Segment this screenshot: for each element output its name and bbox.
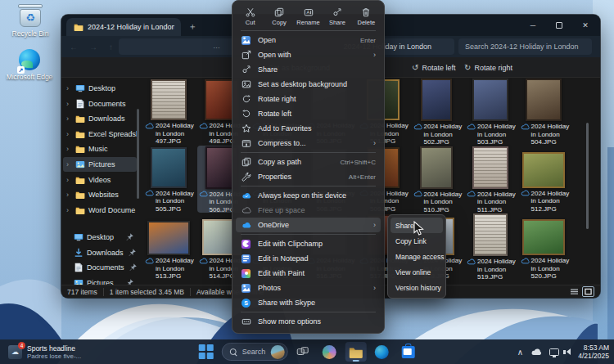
maximize-button[interactable] xyxy=(546,15,572,36)
forward-icon[interactable]: → xyxy=(89,43,97,52)
onedrive-status-icon xyxy=(467,258,476,265)
toolbar-rotate-left[interactable]: ↺ Rotate left xyxy=(412,57,455,78)
file-item-497[interactable]: 2024 Holidayin London497.JPG xyxy=(143,78,193,146)
sidebar-item-word-docume[interactable]: ›Word Docume xyxy=(63,203,137,218)
folder-icon xyxy=(74,190,85,200)
quick-action-delete[interactable]: Delete xyxy=(352,4,381,29)
back-icon[interactable]: ← xyxy=(70,43,78,52)
tray-volume-icon[interactable] xyxy=(567,348,571,355)
file-item-519[interactable]: 2024 Holidayin London519.JPG xyxy=(465,213,515,281)
menu-item-set-as-desktop-background[interactable]: Set as desktop background xyxy=(236,77,381,92)
menu-item-add-to-favorites[interactable]: Add to Favorites xyxy=(236,121,381,136)
chevron-right-icon[interactable]: › xyxy=(66,145,71,153)
minimize-button[interactable]: ─ xyxy=(520,15,546,36)
thumbnail-view-button[interactable] xyxy=(583,287,594,296)
details-view-button[interactable] xyxy=(569,287,580,296)
notepad-icon xyxy=(241,254,251,264)
address-overflow[interactable]: … xyxy=(213,36,220,57)
tray-onedrive-icon[interactable] xyxy=(530,348,542,356)
sidebar-pinned-downloads[interactable]: Downloads xyxy=(63,245,137,260)
file-item-512[interactable]: 2024 Holidayin London512.JPG xyxy=(519,146,569,213)
menu-item-edit-with-paint[interactable]: Edit with Paint xyxy=(236,266,381,281)
task-view-button[interactable] xyxy=(292,342,314,362)
quick-action-copy[interactable]: Copy xyxy=(264,4,293,29)
menu-item-edit-in-notepad[interactable]: Edit in Notepad xyxy=(236,251,381,266)
menu-item-share[interactable]: Share xyxy=(236,62,381,77)
quick-action-label: Copy xyxy=(272,19,287,26)
file-item-513[interactable]: 2024 Holidayin London513.JPG xyxy=(143,213,193,281)
file-item-511[interactable]: 2024 Holidayin London511.JPG xyxy=(465,146,515,213)
chevron-right-icon[interactable]: › xyxy=(66,176,71,184)
menu-item-rotate-right[interactable]: Rotate right xyxy=(236,92,381,106)
desktop-icon-microsoft-edge[interactable]: ↗ Microsoft Edge xyxy=(6,49,53,82)
menu-item-share-with-skype[interactable]: SShare with Skype xyxy=(236,295,381,310)
chevron-right-icon[interactable]: › xyxy=(66,130,71,138)
sidebar-item-pictures[interactable]: ›Pictures xyxy=(63,157,137,172)
tray-network-icon[interactable] xyxy=(549,348,559,356)
menu-item-rotate-left[interactable]: Rotate left xyxy=(236,106,381,121)
file-item-504[interactable]: 2024 Holidayin London504.JPG xyxy=(519,78,569,146)
chevron-right-icon[interactable]: › xyxy=(66,115,71,123)
store-button[interactable] xyxy=(397,342,418,362)
file-item-502[interactable]: 2024 Holidayin London502.JPG xyxy=(412,78,462,146)
menu-item-free-up-space[interactable]: Free up space xyxy=(236,203,381,218)
submenu-chevron-icon: › xyxy=(373,51,376,59)
sidebar-item-downloads[interactable]: ›Downloads xyxy=(63,111,137,126)
submenu-item-version-history[interactable]: Version history xyxy=(391,280,443,295)
copilot-button[interactable] xyxy=(318,342,340,362)
toolbar-rotate-right[interactable]: ↻ Rotate right xyxy=(464,57,512,78)
grid-scrollbar[interactable] xyxy=(586,123,589,229)
menu-item-photos[interactable]: Photos› xyxy=(236,281,381,295)
close-button[interactable]: ✕ xyxy=(572,15,598,36)
chevron-right-icon[interactable]: › xyxy=(66,191,71,199)
sidebar-pinned-documents[interactable]: Documents xyxy=(63,260,137,275)
explorer-tab[interactable]: 2024-12 Holiday in London xyxy=(66,18,181,36)
submenu-item-view-online[interactable]: View online xyxy=(391,264,443,280)
menu-item-copy-as-path[interactable]: Copy as pathCtrl+Shift+C xyxy=(236,155,381,169)
sidebar-pinned-pictures[interactable]: Pictures xyxy=(63,276,137,285)
recycle-bin-icon: ♻ xyxy=(7,4,54,29)
taskbar-search[interactable]: Search xyxy=(222,343,288,361)
sidebar-pinned-desktop[interactable]: Desktop xyxy=(63,230,137,245)
menu-separator xyxy=(241,234,376,235)
tray-chevron-icon[interactable]: ∧ xyxy=(517,348,523,357)
chevron-right-icon[interactable]: › xyxy=(66,84,71,92)
chevron-right-icon[interactable]: › xyxy=(66,206,71,214)
menu-item-open[interactable]: OpenEnter xyxy=(236,33,381,47)
file-item-510[interactable]: 2024 Holidayin London510.JPG xyxy=(412,146,462,213)
sidebar-item-excel-spreadsh[interactable]: ›Excel Spreadsh xyxy=(63,127,137,142)
search-box[interactable]: Search 2024-12 Holiday in London xyxy=(458,38,592,55)
sidebar-scrollbar[interactable] xyxy=(137,109,139,199)
sidebar-item-websites[interactable]: ›Websites xyxy=(63,187,137,202)
nav-buttons[interactable]: ← → ↑ xyxy=(70,36,113,57)
menu-item-edit-with-clipchamp[interactable]: Edit with Clipchamp xyxy=(236,236,381,251)
chevron-right-icon[interactable]: › xyxy=(66,160,71,169)
start-button[interactable] xyxy=(196,342,217,362)
desktop-icon-recycle-bin[interactable]: ♻ Recycle Bin xyxy=(7,4,54,38)
sidebar-item-videos[interactable]: ›Videos xyxy=(63,173,137,187)
file-explorer-button[interactable] xyxy=(345,342,366,362)
taskbar-clock[interactable]: 8:53 AM 4/21/2025 xyxy=(578,344,609,360)
sidebar-item-desktop[interactable]: ›Desktop xyxy=(63,81,137,96)
quick-action-cut[interactable]: Cut xyxy=(236,4,264,29)
file-item-503[interactable]: 2024 Holidayin London503.JPG xyxy=(465,78,515,146)
menu-item-show-more-options[interactable]: Show more options xyxy=(236,314,381,329)
quick-action-label: Cut xyxy=(246,19,255,26)
menu-item-open-with[interactable]: Open with› xyxy=(236,47,381,62)
submenu-item-manage-access[interactable]: Manage access xyxy=(391,249,443,264)
file-item-505[interactable]: 2024 Holidayin London505.JPG xyxy=(143,146,193,213)
file-item-520[interactable]: 2024 Holidayin London520.JPG xyxy=(519,213,569,281)
menu-item-always-keep-on-this-device[interactable]: Always keep on this device xyxy=(236,188,381,203)
menu-item-onedrive[interactable]: OneDrive› xyxy=(236,218,381,232)
edge-button[interactable] xyxy=(371,342,392,362)
up-icon[interactable]: ↑ xyxy=(109,43,113,52)
menu-item-properties[interactable]: PropertiesAlt+Enter xyxy=(236,169,381,184)
menu-item-compress-to-[interactable]: Compress to...› xyxy=(236,136,381,151)
widgets-button[interactable]: ☁ 4 Sports headline Padres lose five-... xyxy=(5,339,84,364)
quick-action-rename[interactable]: ARename xyxy=(294,4,323,29)
chevron-right-icon[interactable]: › xyxy=(66,100,71,108)
quick-action-share[interactable]: Share xyxy=(323,4,351,29)
sidebar-item-documents[interactable]: ›Documents xyxy=(63,97,137,111)
sidebar-item-music[interactable]: ›Music xyxy=(63,142,137,156)
new-tab-button[interactable]: ＋ xyxy=(186,20,199,34)
